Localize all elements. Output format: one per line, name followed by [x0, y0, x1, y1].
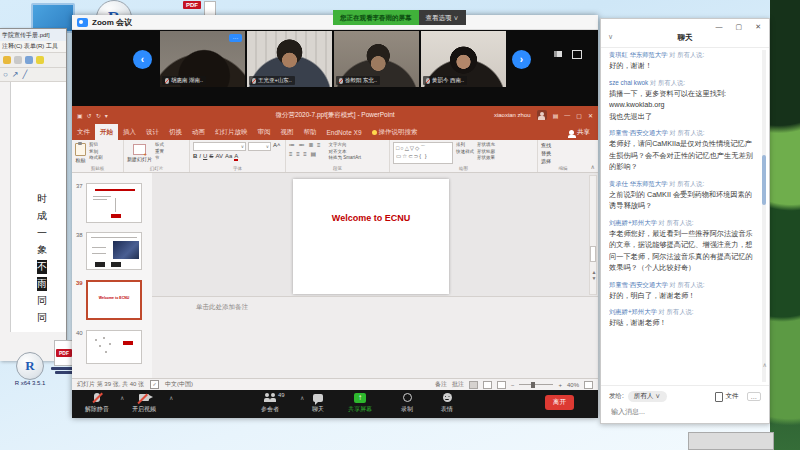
chat-scrollbar[interactable]	[762, 50, 766, 382]
shapes-gallery[interactable]: □○△▽◇⌒▭☆⊂⊃{ }	[393, 142, 453, 164]
collapse-ribbon-icon[interactable]: ∧	[591, 163, 595, 170]
slide-thumbnail-37[interactable]	[86, 183, 142, 223]
comments-toggle[interactable]: 批注	[452, 380, 464, 389]
participant-video-tile[interactable]: 黄韻今 西南..	[421, 31, 506, 87]
current-slide[interactable]: Welcome to ECNU	[293, 179, 449, 294]
record-button[interactable]: 录制	[392, 392, 422, 414]
tell-me-search[interactable]: 操作说明搜索	[367, 124, 423, 140]
paste-button[interactable]: 粘贴	[75, 142, 86, 164]
more-options-button[interactable]: …	[747, 392, 762, 401]
redo-icon[interactable]: ↻	[96, 112, 101, 119]
align-icons[interactable]: ≡ ≡ ≡ ▤	[289, 151, 322, 158]
tab-home[interactable]: 开始	[95, 124, 118, 140]
gallery-view-icon[interactable]	[553, 50, 563, 58]
maximize-icon[interactable]: ▢	[576, 112, 582, 119]
tab-view[interactable]: 视图	[276, 124, 299, 140]
zoom-in-icon[interactable]: +	[558, 382, 562, 388]
italic-button[interactable]: I	[199, 153, 201, 159]
tab-file[interactable]: 文件	[72, 124, 95, 140]
align-text-button[interactable]: 对齐文本	[329, 149, 362, 154]
slide-thumbnail-38[interactable]	[86, 232, 142, 270]
char-spacing-icon[interactable]: AV	[215, 153, 223, 159]
replace-button[interactable]: 替换	[541, 150, 551, 156]
start-video-button[interactable]: 开启视频	[124, 392, 164, 414]
font-name-combo[interactable]: ∨	[193, 142, 246, 151]
tab-design[interactable]: 设计	[141, 124, 164, 140]
scroll-up-icon[interactable]: ∧	[763, 361, 767, 368]
tab-transitions[interactable]: 切换	[164, 124, 187, 140]
slide-thumbnail-39[interactable]: Welcome to ECNU	[86, 280, 142, 320]
fullscreen-icon[interactable]	[572, 50, 582, 59]
participant-video-tile[interactable]: … 胡惠南 湖南..	[160, 31, 245, 87]
tab-endnote[interactable]: EndNote X9	[322, 124, 367, 140]
tab-slideshow[interactable]: 幻灯片放映	[210, 124, 253, 140]
arrange-button[interactable]: 排列	[456, 142, 474, 147]
quick-access-toolbar[interactable]: ▣ ↺ ↻ ▾	[77, 112, 108, 119]
text-direction-button[interactable]: 文字方向	[329, 142, 362, 147]
save-icon[interactable]: ▣	[77, 112, 83, 119]
close-icon[interactable]: ✕	[588, 112, 593, 119]
reactions-button[interactable]: 表情	[432, 392, 462, 414]
minimize-icon[interactable]: —	[716, 23, 723, 31]
select-button[interactable]: 选择	[541, 158, 551, 164]
close-icon[interactable]: ✕	[755, 23, 761, 31]
slideshow-view-icon[interactable]	[497, 381, 506, 389]
pdf-desktop-icon-top[interactable]: PDF	[183, 1, 216, 16]
tab-insert[interactable]: 插入	[118, 124, 141, 140]
leave-meeting-button[interactable]: 离开	[545, 395, 574, 410]
more-options-icon[interactable]: …	[229, 34, 242, 42]
spellcheck-icon[interactable]: ✓	[150, 380, 159, 389]
zoom-out-icon[interactable]: −	[511, 382, 515, 388]
new-slide-button[interactable]: 新建幻灯片	[127, 142, 152, 164]
slide-thumbnail-panel[interactable]: 37 38	[72, 173, 153, 378]
notes-placeholder[interactable]: 单击此处添加备注	[196, 303, 248, 312]
normal-view-icon[interactable]	[469, 381, 478, 389]
scroll-right-arrow[interactable]: ›	[512, 50, 531, 69]
pdf-reader-window[interactable]: 学院宣传手册.pdf] 注释(C) 表单(R) 工具 ○ ↗ ╱ 时 成 一 象…	[0, 28, 67, 361]
shape-fill-button[interactable]: 形状填充	[477, 142, 495, 147]
undo-icon[interactable]: ↺	[87, 112, 92, 119]
underline-button[interactable]: U	[203, 153, 207, 159]
scroll-left-arrow[interactable]: ‹	[133, 50, 152, 69]
change-case-icon[interactable]: Aa	[225, 153, 232, 159]
account-avatar[interactable]	[537, 110, 547, 120]
participant-video-tile[interactable]: 王光亚+山东..	[247, 31, 332, 87]
minimize-icon[interactable]: —	[564, 112, 570, 118]
smartart-button[interactable]: 转换为 SmartArt	[329, 155, 362, 160]
slide-thumbnail-40[interactable]	[86, 330, 142, 364]
recipient-selector[interactable]: 所有人 ∨	[628, 391, 667, 402]
zoom-slider-knob[interactable]	[531, 382, 535, 388]
ppt-share-button[interactable]: 共享	[561, 124, 598, 140]
font-size-combo[interactable]: ∨	[248, 142, 271, 151]
reset-button[interactable]: 重置	[155, 149, 164, 154]
language-indicator[interactable]: 中文(中国)	[165, 380, 193, 389]
zoom-slider[interactable]	[519, 384, 553, 385]
video-options-caret[interactable]: ∧	[169, 394, 173, 401]
pdf-annotation-toolbar[interactable]: ○ ↗ ╱	[0, 68, 66, 82]
r-desktop-shortcut[interactable]: R R x64 3.5.1	[10, 352, 50, 386]
layout-button[interactable]: 版式	[155, 142, 164, 147]
chat-message-list[interactable]: 黄琪红 华东师范大学 对 所有人说: 好的，谢谢！ sze chai kwok …	[609, 50, 755, 382]
cut-button[interactable]: 剪切	[89, 142, 103, 147]
bold-button[interactable]: B	[193, 153, 197, 159]
tab-animations[interactable]: 动画	[187, 124, 210, 140]
grow-font-icon[interactable]: A˄	[273, 142, 281, 151]
slide-nav-arrows[interactable]: ▲▼	[590, 269, 598, 281]
slide-canvas[interactable]: Welcome to ECNU ▲▼	[152, 173, 598, 296]
scrollbar-thumb[interactable]	[590, 246, 596, 262]
tab-help[interactable]: 帮助	[299, 124, 322, 140]
pdf-toolbar[interactable]	[0, 53, 66, 68]
chat-button[interactable]: 聊天	[302, 392, 334, 414]
font-color-button[interactable]: A	[234, 153, 238, 161]
fit-slide-icon[interactable]	[584, 381, 593, 389]
view-options-button[interactable]: 查看选项 ∨	[419, 10, 466, 25]
strikethrough-button[interactable]: S	[209, 153, 213, 159]
section-button[interactable]: 节	[155, 155, 164, 160]
zoom-percentage[interactable]: 40%	[567, 382, 579, 388]
shape-effects-button[interactable]: 形状效果	[477, 155, 495, 160]
file-button[interactable]: 文件	[715, 392, 739, 402]
unmute-button[interactable]: 解除静音	[77, 392, 117, 414]
participant-video-tile[interactable]: 徐毅阳 东北..	[334, 31, 419, 87]
share-screen-button[interactable]: ↑ 共享屏幕	[342, 392, 378, 414]
chat-message-input[interactable]	[609, 407, 763, 416]
